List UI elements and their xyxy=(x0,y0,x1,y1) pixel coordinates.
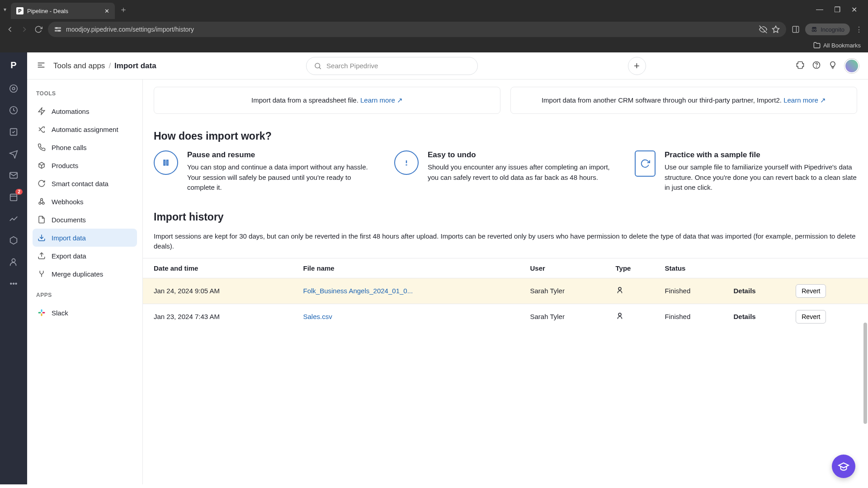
add-button[interactable]: + xyxy=(628,57,646,75)
svg-point-10 xyxy=(10,85,18,93)
svg-rect-6 xyxy=(793,26,799,33)
rail-more-icon[interactable]: ••• xyxy=(8,278,19,289)
pipedrive-logo-icon[interactable]: P xyxy=(6,58,21,72)
browser-chrome: ▾ P Pipeline - Deals ✕ ＋ — ❐ ✕ moodjoy.p… xyxy=(0,0,868,52)
breadcrumb-sep: / xyxy=(108,61,111,70)
bookmark-star-icon[interactable] xyxy=(772,25,780,33)
sidebar-item-automations[interactable]: Automations xyxy=(33,102,137,120)
tab-close-icon[interactable]: ✕ xyxy=(104,8,109,14)
minimize-icon[interactable]: — xyxy=(816,5,823,14)
rail-products-icon[interactable] xyxy=(8,235,19,246)
forward-button[interactable] xyxy=(20,25,29,34)
svg-point-40 xyxy=(618,313,621,316)
back-button[interactable] xyxy=(5,25,14,34)
address-bar: moodjoy.pipedrive.com/settings/import/hi… xyxy=(0,19,868,40)
col-type: Type xyxy=(610,258,660,278)
breadcrumb-root[interactable]: Tools and apps xyxy=(53,61,105,70)
rail-campaigns-icon[interactable] xyxy=(8,148,19,159)
upload-icon xyxy=(37,251,46,260)
sidebar-item-export-data[interactable]: Export data xyxy=(33,247,137,265)
details-button[interactable]: Details xyxy=(733,313,755,320)
tab-title: Pipeline - Deals xyxy=(27,8,68,14)
new-tab-button[interactable]: ＋ xyxy=(119,4,127,15)
sidebar-item-webhooks[interactable]: Webhooks xyxy=(33,192,137,211)
bookmarks-bar: All Bookmarks xyxy=(0,40,868,52)
svg-point-3 xyxy=(58,30,60,32)
sidebar-toggle-icon[interactable] xyxy=(36,60,46,72)
rail-mail-icon[interactable] xyxy=(8,170,19,181)
refresh-icon xyxy=(37,179,46,188)
help-fab[interactable] xyxy=(832,455,855,478)
help-icon[interactable] xyxy=(812,61,821,71)
download-icon xyxy=(37,233,46,242)
sidebar-item-import-data[interactable]: Import data xyxy=(33,229,137,247)
feature-pause: Pause and resume You can stop and contin… xyxy=(154,150,376,193)
sidebar-item-products[interactable]: Products xyxy=(33,156,137,174)
browser-menu-icon[interactable]: ⋮ xyxy=(855,25,863,34)
scrollbar-track xyxy=(863,80,867,484)
svg-point-8 xyxy=(812,30,814,32)
browser-tab[interactable]: P Pipeline - Deals ✕ xyxy=(11,3,115,19)
reload-button[interactable] xyxy=(34,25,42,33)
breadcrumb-current: Import data xyxy=(114,61,156,70)
incognito-indicator[interactable]: Incognito xyxy=(805,23,850,35)
extension-icon[interactable] xyxy=(796,61,805,71)
rail-deals-icon[interactable] xyxy=(8,105,19,116)
details-button[interactable]: Details xyxy=(733,287,755,295)
col-file: File name xyxy=(298,258,525,278)
slack-icon xyxy=(37,308,46,317)
person-icon xyxy=(616,286,624,294)
search-input[interactable]: Search Pipedrive xyxy=(306,57,478,75)
graduation-cap-icon xyxy=(838,460,849,472)
side-panel-icon[interactable] xyxy=(792,25,800,33)
sidebar-item-auto-assignment[interactable]: Automatic assignment xyxy=(33,120,137,138)
revert-button[interactable]: Revert xyxy=(796,310,826,324)
rail-activities-icon[interactable]: 2 xyxy=(8,192,19,202)
scrollbar-thumb[interactable] xyxy=(863,323,867,424)
lightning-icon xyxy=(37,107,46,116)
file-link[interactable]: Sales.csv xyxy=(303,313,332,320)
card-crm: Import data from another CRM software th… xyxy=(510,87,857,114)
svg-rect-34 xyxy=(42,312,45,314)
sidebar-item-slack[interactable]: Slack xyxy=(33,304,137,322)
feature-sample: Practice with a sample file Use our samp… xyxy=(635,150,857,193)
all-bookmarks-button[interactable]: All Bookmarks xyxy=(813,42,861,49)
file-link[interactable]: Folk_Business Angels_2024_01_0... xyxy=(303,287,413,295)
eye-off-icon[interactable] xyxy=(759,25,767,33)
url-input[interactable]: moodjoy.pipedrive.com/settings/import/hi… xyxy=(48,22,786,37)
sidebar-item-documents[interactable]: Documents xyxy=(33,211,137,229)
rail-insights-icon[interactable] xyxy=(8,213,19,224)
svg-point-38 xyxy=(406,165,407,165)
svg-rect-32 xyxy=(38,312,41,314)
table-row[interactable]: Jan 23, 2024 7:43 AM Sales.csv Sarah Tyl… xyxy=(143,304,868,329)
webhook-icon xyxy=(37,197,46,206)
close-window-icon[interactable]: ✕ xyxy=(851,5,857,14)
svg-point-11 xyxy=(12,87,15,90)
avatar[interactable] xyxy=(844,59,859,73)
tabs-dropdown[interactable]: ▾ xyxy=(4,6,6,13)
maximize-icon[interactable]: ❐ xyxy=(834,5,840,14)
rail-target-icon[interactable] xyxy=(8,83,19,94)
learn-more-spreadsheet[interactable]: Learn more ↗ xyxy=(360,96,403,104)
url-text: moodjoy.pipedrive.com/settings/import/hi… xyxy=(66,26,755,33)
search-icon xyxy=(314,62,322,70)
tab-favicon-icon: P xyxy=(16,7,24,14)
rail-contacts-icon[interactable] xyxy=(8,257,19,267)
body-row: TOOLS Automations Automatic assignment P… xyxy=(27,80,868,484)
sidebar-item-smart-contact[interactable]: Smart contact data xyxy=(33,174,137,192)
svg-rect-15 xyxy=(10,194,17,201)
pause-icon xyxy=(154,150,178,175)
sidebar-item-phone-calls[interactable]: Phone calls xyxy=(33,138,137,156)
svg-point-21 xyxy=(315,63,320,68)
phone-icon xyxy=(37,143,46,152)
svg-point-24 xyxy=(816,66,817,67)
learn-more-crm[interactable]: Learn more ↗ xyxy=(783,96,826,104)
bulb-icon[interactable] xyxy=(828,61,837,71)
table-row[interactable]: Jan 24, 2024 9:05 AM Folk_Business Angel… xyxy=(143,278,868,304)
rail-projects-icon[interactable] xyxy=(8,127,19,137)
svg-point-39 xyxy=(618,287,621,290)
revert-button[interactable]: Revert xyxy=(796,284,826,298)
sidebar-item-merge-dup[interactable]: Merge duplicates xyxy=(33,265,137,283)
site-settings-icon[interactable] xyxy=(54,26,61,33)
sidebar-section-apps: APPS xyxy=(33,283,137,304)
